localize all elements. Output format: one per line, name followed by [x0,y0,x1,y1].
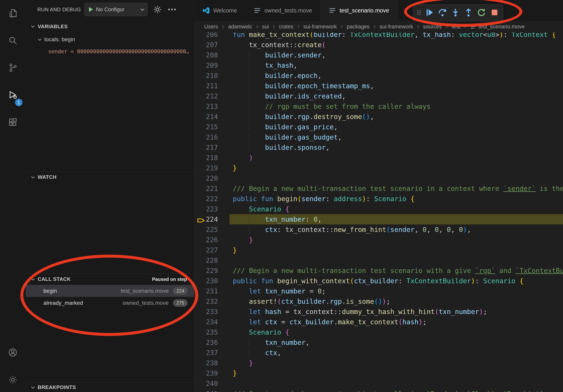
code-line-223[interactable]: 223 Scenario { [194,204,563,214]
code-line-212[interactable]: 212 builder.ids_created, [194,91,563,101]
code-line-226[interactable]: 226 } [194,235,563,245]
line-number[interactable]: 215 [194,122,218,132]
tab-welcome[interactable]: Welcome [194,0,245,21]
code-line-213[interactable]: 213 // rgp must be set from the caller a… [194,101,563,112]
debug-step-over-button[interactable] [436,6,449,20]
code-line-211[interactable]: 211 builder.epoch_timestamp_ms, [194,81,563,91]
more-actions-icon[interactable] [167,5,177,14]
debug-step-into-button[interactable] [449,6,462,20]
code-line-241[interactable]: 241/// Creates and shares system objects… [194,389,563,392]
line-number[interactable]: 220 [194,173,218,183]
variables-section-header[interactable]: VARIABLES [26,21,194,32]
start-debugging-icon[interactable] [87,6,94,13]
activity-search[interactable] [0,27,26,54]
line-number[interactable]: 214 [194,112,218,122]
breadcrumb-item[interactable]: sui-framework [303,24,337,30]
line-number[interactable]: 221 [194,183,218,194]
line-number[interactable]: 213 [194,101,218,112]
breadcrumb-item[interactable]: Users [204,24,218,30]
variable-sender[interactable]: sender = 0000000000000000000000000000000… [48,47,192,56]
code-line-219[interactable]: 219} [194,163,563,173]
breadcrumb-item[interactable]: test [452,24,461,30]
code-line-214[interactable]: 214 builder.rgp.destroy_some(), [194,112,563,122]
callstack-frame[interactable]: already_markedowned_tests.move275 [26,297,194,309]
watch-section-header[interactable]: WATCH [26,171,194,183]
code-line-232[interactable]: 232 assert!(ctx_builder.rgp.is_some()); [194,296,563,307]
code-line-239[interactable]: 239} [194,368,563,378]
line-number[interactable]: 236 [194,337,218,348]
line-number[interactable]: 226 [194,235,218,245]
line-number[interactable]: 223 [194,204,218,214]
breadcrumb-item[interactable]: crates [279,24,294,30]
line-number[interactable]: 229 [194,265,218,276]
code-line-238[interactable]: 238 } [194,358,563,368]
activity-accounts[interactable] [0,339,26,366]
line-number[interactable]: 227 [194,245,218,255]
code-editor[interactable]: 206fun make_tx_context(builder: TxContex… [194,29,563,392]
code-line-224[interactable]: 224 txn_number: 0, [194,214,563,224]
call-stack-section-header[interactable]: CALL STACK Paused on step [26,273,194,285]
activity-explorer[interactable] [0,0,26,27]
line-number[interactable]: 208 [194,50,218,60]
line-number[interactable]: 218 [194,153,218,163]
code-line-221[interactable]: 221/// Begin a new multi-transaction tes… [194,183,563,194]
line-number[interactable]: 237 [194,348,218,358]
activity-settings[interactable] [0,366,26,392]
code-line-235[interactable]: 235 Scenario { [194,327,563,337]
debug-gear-icon[interactable] [153,5,162,14]
code-line-240[interactable]: 240 [194,378,563,389]
code-line-207[interactable]: 207 tx_context::create( [194,40,563,50]
line-number[interactable]: 234 [194,317,218,327]
breadcrumb-item[interactable]: adamwelc [228,24,252,30]
line-number[interactable]: 235 [194,327,218,337]
breadcrumb-item[interactable]: sui [262,24,269,30]
line-number[interactable]: 241 [194,389,218,392]
line-number[interactable]: 238 [194,358,218,368]
code-line-208[interactable]: 208 builder.sender, [194,50,563,60]
activity-run-and-debug[interactable]: 1 [0,82,26,109]
code-line-216[interactable]: 216 builder.gas_budget, [194,132,563,142]
breakpoints-section-header[interactable]: BREAKPOINTS [26,382,194,392]
code-line-237[interactable]: 237 ctx, [194,348,563,358]
line-number[interactable]: 231 [194,286,218,296]
code-line-218[interactable]: 218 ) [194,153,563,163]
debug-restart-button[interactable] [475,6,488,20]
code-line-215[interactable]: 215 builder.gas_price, [194,122,563,132]
line-number[interactable]: 232 [194,296,218,307]
tab-test-scenario-move[interactable]: test_scenario.move [320,0,397,21]
code-line-220[interactable]: 220 [194,173,563,183]
breadcrumb-item[interactable]: sui-framework [380,24,413,30]
breadcrumb-item[interactable]: sources [423,24,442,30]
debug-stop-button[interactable] [488,6,501,20]
debug-continue-button[interactable] [423,6,436,20]
activity-source-control[interactable] [0,54,26,82]
code-line-236[interactable]: 236 txn_number, [194,337,563,348]
line-number[interactable]: 233 [194,307,218,317]
line-number[interactable]: 219 [194,163,218,173]
variables-scope-locals[interactable]: locals: begin [26,34,194,45]
code-line-209[interactable]: 209 tx_hash, [194,60,563,70]
code-line-229[interactable]: 229/// Begin a new multi-transaction tes… [194,265,563,276]
line-number[interactable]: 240 [194,378,218,389]
line-number[interactable]: 217 [194,142,218,153]
breadcrumb-item[interactable]: packages [347,24,370,30]
line-number[interactable]: 207 [194,40,218,50]
activity-extensions[interactable] [0,109,26,136]
code-line-210[interactable]: 210 builder.epoch, [194,70,563,81]
code-line-230[interactable]: 230public fun begin_with_context(ctx_bui… [194,276,563,286]
debug-gripper[interactable] [415,6,423,20]
tab-owned-tests-move[interactable]: owned_tests.move [245,0,320,21]
line-number[interactable]: 212 [194,91,218,101]
code-line-222[interactable]: 222public fun begin(sender: address): Sc… [194,194,563,204]
line-number[interactable]: 222 [194,194,218,204]
code-line-225[interactable]: 225 ctx: tx_context::new_from_hint(sende… [194,224,563,235]
line-number[interactable]: 210 [194,70,218,81]
line-number[interactable]: 230 [194,276,218,286]
callstack-frame[interactable]: begintest_scenario.move224 [26,285,194,297]
breadcrumb-file[interactable]: test_scenario.move [470,24,525,30]
code-line-217[interactable]: 217 builder.sponsor, [194,142,563,153]
debug-config-dropdown[interactable]: No Configur [84,3,148,16]
line-number[interactable]: 228 [194,255,218,265]
line-number[interactable]: 216 [194,132,218,142]
debug-step-out-button[interactable] [462,6,475,20]
